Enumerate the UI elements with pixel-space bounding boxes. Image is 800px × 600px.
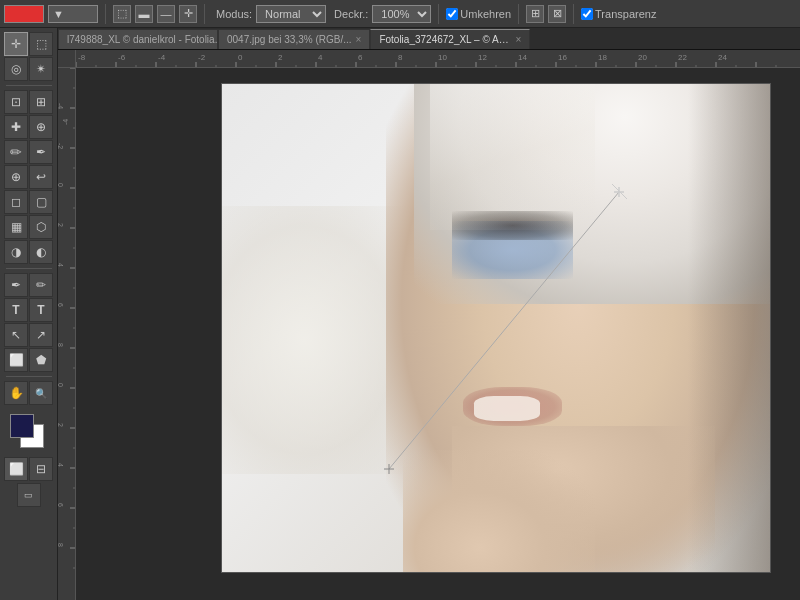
eraser-tool[interactable]: ◻: [4, 190, 28, 214]
tool-row-12: ↖ ↗: [4, 323, 53, 347]
select-tool[interactable]: ⬚: [29, 32, 53, 56]
lasso-tool[interactable]: ◎: [4, 57, 28, 81]
shape-tool[interactable]: ⬜: [4, 348, 28, 372]
invert-group: Umkehren: [446, 8, 511, 20]
svg-text:-2: -2: [198, 53, 206, 62]
invert-checkbox[interactable]: [446, 8, 458, 20]
photo-layer: [222, 84, 770, 572]
svg-text:8: 8: [58, 543, 64, 547]
blur-tool[interactable]: ◑: [4, 240, 28, 264]
photo-teeth: [474, 396, 540, 420]
slice-tool[interactable]: ⊞: [29, 90, 53, 114]
tool-row-3: ⊡ ⊞: [4, 90, 53, 114]
svg-text:-2: -2: [58, 143, 64, 149]
path-select-tool[interactable]: ↖: [4, 323, 28, 347]
photo-light-area: [222, 206, 414, 474]
ruler-vertical: -4 -4: [58, 68, 76, 600]
freeform-pen-tool[interactable]: ✏: [29, 273, 53, 297]
svg-text:0: 0: [58, 383, 64, 387]
tool-separator-2: [6, 268, 52, 269]
blend-mode-select[interactable]: Normal: [256, 5, 326, 23]
toolbar-separator-1: [105, 4, 106, 24]
paint-bucket-tool[interactable]: ⬡: [29, 215, 53, 239]
canvas-view[interactable]: [76, 68, 800, 600]
tab-1[interactable]: l749888_XL © danielkrol - Fotolia.com.jp…: [58, 29, 218, 49]
pencil-tool[interactable]: ✒: [29, 140, 53, 164]
tab-3-close[interactable]: ×: [516, 34, 522, 45]
ruler-horizontal: -8 -6 -4 -2 0 2 4: [76, 50, 800, 68]
svg-text:24: 24: [718, 53, 727, 62]
tab-1-label: l749888_XL © danielkrol - Fotolia.com.jp…: [67, 34, 218, 45]
tool-option-btn-2[interactable]: ▬: [135, 5, 153, 23]
extra-option-btn[interactable]: ⊞: [526, 5, 544, 23]
patch-tool[interactable]: ⊕: [29, 115, 53, 139]
history-brush-tool[interactable]: ↩: [29, 165, 53, 189]
canvas-with-rulers: -8 -6 -4 -2 0 2 4: [58, 50, 800, 600]
tool-row-5: ✏ ✒: [4, 140, 53, 164]
svg-text:6: 6: [58, 503, 64, 507]
magic-wand-tool[interactable]: ✴: [29, 57, 53, 81]
brush-tool[interactable]: ✏: [4, 140, 28, 164]
canvas-bg: [76, 68, 800, 600]
svg-text:4: 4: [318, 53, 323, 62]
svg-text:8: 8: [398, 53, 403, 62]
normal-mode-btn[interactable]: ⬜: [4, 457, 28, 481]
move-tool[interactable]: ✛: [4, 32, 28, 56]
color-swatches: [10, 414, 48, 452]
tool-option-btn-4[interactable]: ✛: [179, 5, 197, 23]
opacity-select[interactable]: 100%: [372, 5, 431, 23]
ruler-top-row: -8 -6 -4 -2 0 2 4: [58, 50, 800, 68]
tool-row-9: ◑ ◐: [4, 240, 53, 264]
transparency-checkbox[interactable]: [581, 8, 593, 20]
tab-3[interactable]: Fotolia_3724672_XL – © Amir Kaljikovic -…: [370, 29, 530, 49]
opacity-label: Deckr.:: [334, 8, 368, 20]
tool-option-btn-3[interactable]: —: [157, 5, 175, 23]
crop-tool[interactable]: ⊡: [4, 90, 28, 114]
zoom-tool[interactable]: 🔍: [29, 381, 53, 405]
quick-mask-btn[interactable]: ⊟: [29, 457, 53, 481]
tool-row-11: T T: [4, 298, 53, 322]
svg-text:14: 14: [518, 53, 527, 62]
foreground-color-swatch[interactable]: [10, 414, 34, 438]
text-tool-v[interactable]: T: [29, 298, 53, 322]
tool-separator-1: [6, 85, 52, 86]
svg-text:2: 2: [58, 423, 64, 427]
brush-size-dropdown[interactable]: ▼: [48, 5, 98, 23]
photo-hair-highlight: [430, 84, 594, 230]
svg-text:22: 22: [678, 53, 687, 62]
photo-hand: [403, 450, 595, 572]
text-tool[interactable]: T: [4, 298, 28, 322]
clone-tool[interactable]: ⊕: [4, 165, 28, 189]
tool-row-13: ⬜ ⬟: [4, 348, 53, 372]
toolbox: ✛ ⬚ ◎ ✴ ⊡ ⊞ ✚ ⊕ ✏ ✒ ⊕ ↩ ◻ ▢ ▦ ⬡: [0, 28, 58, 600]
invert-label: Umkehren: [460, 8, 511, 20]
bg-eraser-tool[interactable]: ▢: [29, 190, 53, 214]
tool-row-2: ◎ ✴: [4, 57, 53, 81]
gradient-tool[interactable]: ▦: [4, 215, 28, 239]
image-canvas: [221, 83, 771, 573]
tab-2[interactable]: 0047.jpg bei 33,3% (RGB/... ×: [218, 29, 370, 49]
direct-select-tool[interactable]: ↗: [29, 323, 53, 347]
svg-text:4: 4: [58, 263, 64, 267]
extra-option-btn-2[interactable]: ⊠: [548, 5, 566, 23]
pen-tool[interactable]: ✒: [4, 273, 28, 297]
svg-text:0: 0: [58, 183, 64, 187]
heal-tool[interactable]: ✚: [4, 115, 28, 139]
transparency-label: Transparenz: [595, 8, 656, 20]
sharpen-tool[interactable]: ◐: [29, 240, 53, 264]
svg-text:18: 18: [598, 53, 607, 62]
color-picker-swatch[interactable]: [4, 5, 44, 23]
content-area: l749888_XL © danielkrol - Fotolia.com.jp…: [58, 28, 800, 600]
screen-mode-btn[interactable]: ▭: [17, 483, 41, 507]
ruler-corner: [58, 50, 76, 68]
toolbar-separator-4: [518, 4, 519, 24]
tab-2-close[interactable]: ×: [356, 34, 362, 45]
tool-option-btn-1[interactable]: ⬚: [113, 5, 131, 23]
hand-tool[interactable]: ✋: [4, 381, 28, 405]
svg-text:-4: -4: [62, 119, 69, 125]
top-toolbar: ▼ ⬚ ▬ — ✛ Modus: Normal Deckr.: 100% Umk…: [0, 0, 800, 28]
svg-text:-8: -8: [78, 53, 86, 62]
tool-row-4: ✚ ⊕: [4, 115, 53, 139]
custom-shape-tool[interactable]: ⬟: [29, 348, 53, 372]
tab-3-label: Fotolia_3724672_XL – © Amir Kaljikovic -…: [379, 34, 511, 45]
